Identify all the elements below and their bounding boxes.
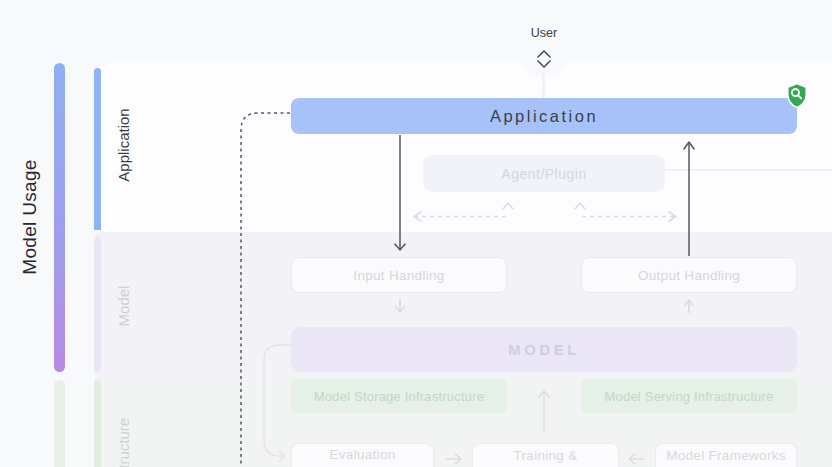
agent-plugin-component[interactable]: Agent/Plugin [423,155,665,192]
evaluation-component[interactable]: Evaluation [291,443,434,467]
application-section-bar [94,68,101,230]
application-component[interactable]: Application [291,98,797,134]
evaluation-label: Evaluation [329,447,395,463]
section-label-application: Application [115,108,132,181]
model-serving-infrastructure-component[interactable]: Model Serving Infrastructure [581,378,797,414]
model-serving-label: Model Serving Infrastructure [605,389,774,404]
section-label-infrastructure: Infrastructure [115,418,132,467]
group-title-model-usage: Model Usage [19,159,41,274]
section-label-model: Model [115,286,132,327]
output-handling-component[interactable]: Output Handling [581,257,797,293]
input-handling-label: Input Handling [353,268,444,283]
model-usage-group-bar [54,63,65,372]
model-section-bar [94,237,101,372]
infrastructure-group-bar [54,380,65,467]
agent-plugin-label: Agent/Plugin [501,166,586,182]
input-handling-component[interactable]: Input Handling [291,257,507,293]
user-to-application-connector [542,73,545,98]
model-storage-infrastructure-component[interactable]: Model Storage Infrastructure [291,378,507,414]
model-label: MODEL [508,341,580,358]
user-label: User [531,26,557,40]
application-label: Application [490,107,598,126]
security-shield-scan-icon[interactable] [786,82,808,109]
infrastructure-section-bar [94,380,101,467]
output-handling-label: Output Handling [638,268,740,283]
frameworks-label-line1: Model Frameworks [666,448,786,464]
model-storage-label: Model Storage Infrastructure [314,389,484,404]
model-component[interactable]: MODEL [291,327,797,372]
model-frameworks-component[interactable]: Model Frameworks & Code [655,443,797,467]
training-tuning-component[interactable]: Training & Tuning [472,443,619,467]
training-label-line1: Training & [513,448,577,464]
saif-model-usage-diagram: Model Usage Application Model Infrastruc… [0,0,832,467]
application-layer-band [94,63,832,232]
